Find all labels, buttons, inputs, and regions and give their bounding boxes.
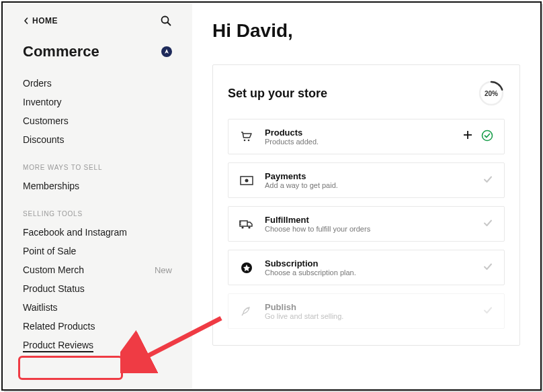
step-sub: Add a way to get paid. — [265, 181, 472, 189]
svg-rect-10 — [240, 221, 247, 226]
check-done-icon — [481, 130, 493, 144]
sidebar-item-waitlists[interactable]: Waitlists — [23, 298, 172, 317]
sidebar-item-label: Point of Sale — [23, 246, 76, 256]
step-title: Fulfillment — [265, 215, 472, 225]
step-title: Subscription — [265, 258, 472, 268]
svg-point-7 — [483, 130, 493, 140]
sidebar-item-memberships[interactable]: Memberships — [23, 177, 172, 195]
svg-point-9 — [245, 179, 249, 182]
cart-icon — [239, 130, 254, 144]
panel-title: Set up your store — [228, 87, 327, 101]
sidebar-item-label: Discounts — [23, 134, 64, 145]
step-sub: Choose how to fulfill your orders — [265, 225, 472, 233]
step-title: Products — [265, 128, 452, 138]
step-title: Publish — [265, 302, 472, 312]
svg-point-12 — [248, 226, 250, 228]
check-pending-icon — [483, 261, 493, 275]
home-label: HOME — [32, 16, 58, 26]
sidebar-item-discounts[interactable]: Discounts — [23, 130, 172, 149]
sidebar-item-custom-merch[interactable]: Custom Merch New — [23, 260, 172, 279]
sidebar-item-label: Facebook and Instagram — [23, 227, 127, 238]
setup-step-fulfillment[interactable]: Fulfillment Choose how to fulfill your o… — [228, 206, 505, 242]
chevron-left-icon — [23, 17, 30, 24]
setup-step-products[interactable]: Products Products added. — [228, 119, 505, 154]
search-icon[interactable] — [160, 15, 172, 27]
sidebar-item-facebook-instagram[interactable]: Facebook and Instagram — [23, 223, 172, 242]
subscription-icon — [239, 260, 254, 275]
step-sub: Choose a subscription plan. — [265, 268, 472, 277]
sidebar-item-inventory[interactable]: Inventory — [23, 93, 172, 111]
svg-line-16 — [242, 313, 243, 315]
payments-icon — [239, 173, 254, 188]
step-sub: Products added. — [265, 138, 452, 146]
check-pending-icon — [483, 305, 493, 318]
progress-ring: 20% — [478, 80, 505, 107]
svg-point-11 — [241, 226, 243, 228]
sidebar-item-label: Waitlists — [23, 302, 58, 313]
sidebar-item-label: Related Products — [23, 321, 95, 332]
setup-step-payments[interactable]: Payments Add a way to get paid. — [228, 162, 505, 198]
setup-panel: Set up your store 20% Products Products … — [212, 64, 520, 346]
sidebar-item-related-products[interactable]: Related Products — [23, 317, 172, 336]
fulfillment-icon — [239, 217, 254, 232]
sidebar-item-label: Custom Merch — [23, 264, 84, 275]
check-pending-icon — [483, 217, 493, 231]
sidebar: HOME Commerce Orders Inventory Customers… — [3, 3, 192, 389]
setup-step-subscription[interactable]: Subscription Choose a subscription plan. — [228, 250, 505, 285]
sidebar-item-label: Product Status — [23, 283, 85, 294]
sidebar-item-product-status[interactable]: Product Status — [23, 279, 172, 298]
sidebar-heading-selling-tools: SELLING TOOLS — [23, 195, 172, 223]
sidebar-item-customers[interactable]: Customers — [23, 111, 172, 130]
svg-point-3 — [244, 139, 246, 141]
sidebar-item-label: Memberships — [23, 181, 79, 191]
home-link[interactable]: HOME — [23, 16, 58, 26]
sidebar-heading-more-ways: MORE WAYS TO SELL — [23, 149, 172, 177]
sidebar-item-point-of-sale[interactable]: Point of Sale — [23, 242, 172, 260]
compass-icon[interactable] — [161, 46, 172, 57]
sidebar-item-label: Orders — [23, 78, 52, 89]
step-title: Payments — [265, 171, 472, 181]
sidebar-title: Commerce — [23, 43, 99, 60]
add-product-button[interactable] — [462, 130, 473, 144]
main-content: Hi David, Set up your store 20% P — [192, 3, 540, 389]
sidebar-item-orders[interactable]: Orders — [23, 74, 172, 93]
svg-point-4 — [248, 139, 250, 141]
progress-label: 20% — [485, 90, 498, 97]
check-pending-icon — [483, 174, 493, 187]
sidebar-item-product-reviews[interactable]: Product Reviews — [23, 336, 172, 356]
new-badge: New — [155, 265, 172, 275]
sidebar-item-label: Product Reviews — [23, 340, 93, 352]
sidebar-item-label: Inventory — [23, 97, 62, 107]
sidebar-item-label: Customers — [23, 115, 69, 126]
step-sub: Go live and start selling. — [265, 312, 472, 320]
setup-step-publish: Publish Go live and start selling. — [228, 293, 505, 329]
publish-icon — [239, 304, 254, 319]
greeting: Hi David, — [212, 20, 520, 42]
svg-line-1 — [168, 23, 171, 26]
